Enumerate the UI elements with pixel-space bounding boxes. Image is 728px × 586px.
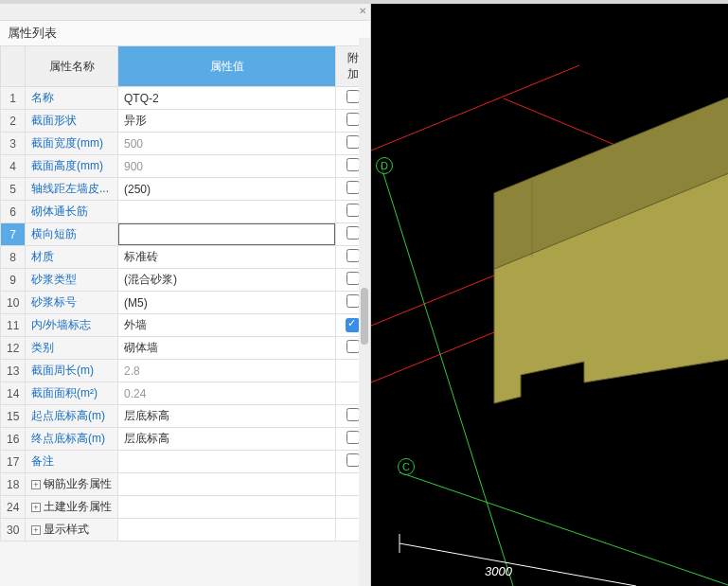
- table-row[interactable]: 30+显示样式: [1, 519, 370, 542]
- property-value-cell[interactable]: QTQ-2: [118, 87, 336, 110]
- property-name-cell[interactable]: 截面面积(m²): [26, 382, 118, 405]
- property-name-cell[interactable]: 砂浆标号: [26, 292, 118, 314]
- row-number[interactable]: 5: [1, 178, 26, 201]
- row-number[interactable]: 6: [1, 201, 26, 223]
- property-name-cell[interactable]: 类别: [26, 337, 118, 360]
- attach-checkbox[interactable]: [346, 204, 360, 217]
- table-row[interactable]: 8材质标准砖: [1, 246, 370, 269]
- row-number[interactable]: 10: [1, 292, 26, 314]
- attach-checkbox[interactable]: [346, 135, 360, 149]
- row-number[interactable]: 11: [1, 314, 26, 337]
- table-row[interactable]: 15起点底标高(m)层底标高: [1, 405, 370, 428]
- property-value-cell[interactable]: (250): [118, 178, 336, 201]
- property-value-cell[interactable]: 层底标高: [118, 405, 336, 428]
- table-row[interactable]: 16终点底标高(m)层底标高: [1, 428, 370, 451]
- table-row[interactable]: 14截面面积(m²)0.24: [1, 382, 370, 405]
- property-value-cell[interactable]: (M5): [118, 292, 336, 314]
- table-row[interactable]: 4截面高度(mm)900: [1, 155, 370, 178]
- property-value-cell[interactable]: 外墙: [118, 314, 336, 337]
- property-value-cell[interactable]: [118, 223, 336, 246]
- property-name-cell[interactable]: 起点底标高(m): [26, 405, 118, 428]
- property-name-cell[interactable]: 截面形状: [26, 110, 118, 133]
- vertical-scrollbar[interactable]: [359, 38, 370, 586]
- property-name-cell[interactable]: 横向短筋: [26, 223, 118, 246]
- table-row[interactable]: 13截面周长(m)2.8: [1, 360, 370, 382]
- property-value-cell[interactable]: 900: [118, 155, 336, 178]
- col-header-value[interactable]: 属性值: [118, 46, 336, 87]
- 3d-viewport[interactable]: D C 3000: [371, 4, 728, 586]
- property-value-cell[interactable]: [118, 519, 336, 542]
- col-header-name[interactable]: 属性名称: [26, 46, 118, 87]
- row-number[interactable]: 7: [1, 223, 26, 246]
- property-name-cell[interactable]: 截面周长(m): [26, 360, 118, 382]
- table-row[interactable]: 2截面形状异形: [1, 110, 370, 133]
- property-value-cell[interactable]: 层底标高: [118, 428, 336, 451]
- property-name-cell[interactable]: 内/外墙标志: [26, 314, 118, 337]
- row-number[interactable]: 13: [1, 360, 26, 382]
- property-name-cell[interactable]: 截面高度(mm): [26, 155, 118, 178]
- attach-checkbox[interactable]: [346, 272, 360, 285]
- close-icon[interactable]: ✕: [359, 6, 366, 16]
- table-row[interactable]: 10砂浆标号(M5): [1, 292, 370, 314]
- property-value-cell[interactable]: (混合砂浆): [118, 269, 336, 292]
- property-name-cell[interactable]: 终点底标高(m): [26, 428, 118, 451]
- property-name-cell[interactable]: 名称: [26, 87, 118, 110]
- row-number[interactable]: 3: [1, 133, 26, 155]
- property-name-cell[interactable]: 轴线距左墙皮...: [26, 178, 118, 201]
- row-number[interactable]: 2: [1, 110, 26, 133]
- property-value-cell[interactable]: 0.24: [118, 382, 336, 405]
- table-row[interactable]: 6砌体通长筋: [1, 201, 370, 223]
- attach-checkbox[interactable]: [346, 431, 360, 444]
- table-row[interactable]: 7横向短筋: [1, 223, 370, 246]
- table-row[interactable]: 3截面宽度(mm)500: [1, 133, 370, 155]
- property-name-cell[interactable]: +钢筋业务属性: [26, 473, 118, 496]
- table-row[interactable]: 17备注: [1, 451, 370, 473]
- row-number[interactable]: 16: [1, 428, 26, 451]
- attach-checkbox[interactable]: [346, 113, 360, 126]
- scrollbar-thumb[interactable]: [361, 288, 368, 345]
- table-row[interactable]: 12类别砌体墙: [1, 337, 370, 360]
- property-value-cell[interactable]: 标准砖: [118, 246, 336, 269]
- table-row[interactable]: 5轴线距左墙皮...(250): [1, 178, 370, 201]
- expand-icon[interactable]: +: [31, 525, 41, 535]
- row-number[interactable]: 4: [1, 155, 26, 178]
- row-number[interactable]: 24: [1, 496, 26, 519]
- attach-checkbox[interactable]: [346, 294, 360, 308]
- row-number[interactable]: 9: [1, 269, 26, 292]
- property-value-cell[interactable]: [118, 201, 336, 223]
- row-number[interactable]: 15: [1, 405, 26, 428]
- property-name-cell[interactable]: 截面宽度(mm): [26, 133, 118, 155]
- attach-checkbox[interactable]: [346, 158, 360, 171]
- table-row[interactable]: 1名称QTQ-2: [1, 87, 370, 110]
- expand-icon[interactable]: +: [31, 480, 41, 489]
- row-number[interactable]: 1: [1, 87, 26, 110]
- property-name-cell[interactable]: 材质: [26, 246, 118, 269]
- property-value-input[interactable]: [118, 223, 335, 245]
- attach-checkbox[interactable]: [346, 90, 360, 103]
- property-name-cell[interactable]: 备注: [26, 451, 118, 473]
- property-value-cell[interactable]: [118, 473, 336, 496]
- attach-checkbox[interactable]: [346, 226, 360, 240]
- row-number[interactable]: 14: [1, 382, 26, 405]
- property-value-cell[interactable]: 砌体墙: [118, 337, 336, 360]
- property-value-cell[interactable]: [118, 496, 336, 519]
- row-number[interactable]: 18: [1, 473, 26, 496]
- property-value-cell[interactable]: 2.8: [118, 360, 336, 382]
- property-value-cell[interactable]: 500: [118, 133, 336, 155]
- row-number[interactable]: 17: [1, 451, 26, 473]
- property-name-cell[interactable]: 砌体通长筋: [26, 201, 118, 223]
- table-row[interactable]: 24+土建业务属性: [1, 496, 370, 519]
- property-name-cell[interactable]: +显示样式: [26, 519, 118, 542]
- table-row[interactable]: 18+钢筋业务属性: [1, 473, 370, 496]
- property-name-cell[interactable]: +土建业务属性: [26, 496, 118, 519]
- row-number[interactable]: 30: [1, 519, 26, 542]
- expand-icon[interactable]: +: [31, 503, 41, 512]
- property-value-cell[interactable]: [118, 451, 336, 473]
- property-value-cell[interactable]: 异形: [118, 110, 336, 133]
- row-number[interactable]: 12: [1, 337, 26, 360]
- table-row[interactable]: 9砂浆类型(混合砂浆): [1, 269, 370, 292]
- property-name-cell[interactable]: 砂浆类型: [26, 269, 118, 292]
- table-row[interactable]: 11内/外墙标志外墙: [1, 314, 370, 337]
- checkbox-checked-icon[interactable]: [346, 318, 360, 332]
- attach-checkbox[interactable]: [346, 340, 360, 353]
